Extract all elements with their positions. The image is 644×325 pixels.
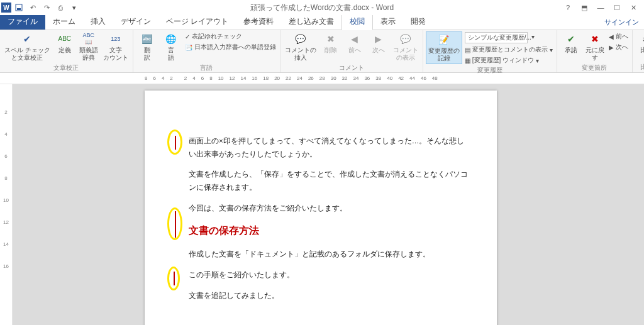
wordcount-label: 文字 カウント [103, 47, 128, 62]
group-comments-label: コメント [283, 63, 420, 73]
fluct-label: 表記ゆれチェック [192, 32, 242, 41]
show-comments-button[interactable]: 💬コメント の表示 [391, 31, 420, 63]
language-button[interactable]: 🌐言 語 [160, 31, 182, 63]
pane-icon: ▦ [465, 57, 470, 64]
group-tracking-label: 変更履歴 [426, 65, 554, 75]
compare-button[interactable]: ⇄比較 [635, 31, 644, 55]
paragraph[interactable]: 今回は、文書の保存方法をご紹介いたします。 [189, 202, 470, 215]
group-compare: ⇄比較 比較 [633, 30, 644, 72]
paragraph[interactable]: 作成した文書を「ドキュメント」と記載のあるフォルダに保存します。 [189, 248, 470, 261]
tab-insert[interactable]: 挿入 [83, 14, 113, 30]
next-change-label: 次へ [616, 43, 628, 52]
show-comments-label: コメント の表示 [393, 47, 418, 62]
redo-icon[interactable]: ↷ [40, 1, 53, 14]
ime-register-button[interactable]: 📑日本語入力辞書への単語登録 [184, 42, 277, 52]
document-content: 画面上の×印を押してしまって、すべて消えてなくなってしまった…。そんな悲しい出来… [145, 91, 497, 302]
next-change-button[interactable]: ▶次へ [608, 42, 630, 52]
tab-design[interactable]: デザイン [113, 14, 158, 30]
ribbon-options-icon[interactable]: ⬒ [576, 1, 592, 14]
vertical-ruler[interactable]: 246810121416 [0, 84, 13, 325]
group-compare-label: 比較 [635, 62, 644, 72]
abc-book-icon: ABC [58, 33, 71, 45]
track-changes-button[interactable]: 📝変更履歴の 記録 [426, 31, 462, 64]
display-dropdown-value: シンプルな変更履歴/... [468, 33, 531, 42]
reject-button[interactable]: ✖元に戻す [584, 31, 606, 63]
group-language: 🔤翻 訳 🌐言 語 ✓表記ゆれチェック 📑日本語入力辞書への単語登録 言語 [133, 30, 280, 72]
document-page[interactable]: 画面上の×印を押してしまって、すべて消えてなくなってしまった…。そんな悲しい出来… [145, 91, 497, 325]
chevron-down-icon: ▾ [531, 33, 535, 42]
compare-label: 比較 [640, 47, 644, 54]
help-icon[interactable]: ? [560, 1, 576, 14]
compare-icon: ⇄ [640, 33, 644, 45]
group-changes: ✔承諾 ✖元に戻す ◀前へ ▶次へ 変更箇所 [557, 30, 633, 72]
delete-comment-button[interactable]: ✖削除 [319, 31, 342, 55]
translate-label: 翻 訳 [144, 47, 150, 62]
tab-view[interactable]: 表示 [373, 14, 403, 30]
window-controls: ? ⬒ — ☐ ✕ [560, 1, 641, 14]
thesaurus-button[interactable]: ABC📖類義語 辞典 [77, 31, 100, 63]
fluctuation-check-button[interactable]: ✓表記ゆれチェック [184, 31, 277, 41]
globe-icon: 🌐 [165, 33, 177, 45]
spellcheck-label: スペル チェック と文章校正 [4, 47, 50, 62]
group-language-label: 言語 [136, 63, 277, 73]
accept-button[interactable]: ✔承諾 [560, 31, 582, 55]
paragraph[interactable]: 文書を作成したら、「保存」をすることで、作成した文書が消えることなくパソコンに保… [189, 168, 470, 194]
heading[interactable]: 文書の保存方法 [189, 222, 470, 240]
track-changes-label: 変更履歴の 記録 [428, 47, 460, 62]
quick-access-toolbar: W ↶ ↷ ⎙ ▾ [0, 1, 80, 14]
spellcheck-button[interactable]: ✔スペル チェック と文章校正 [3, 31, 52, 63]
tab-layout[interactable]: ページ レイアウト [158, 14, 236, 30]
show-markup-button[interactable]: ▤変更履歴とコメントの表示 ▾ [464, 45, 554, 55]
comment-delete-icon: ✖ [325, 33, 337, 45]
paragraph[interactable]: この手順をご紹介いたします。 [189, 268, 470, 282]
save-icon[interactable] [13, 1, 25, 14]
tab-review[interactable]: 校閲 [341, 13, 373, 30]
tab-references[interactable]: 参考資料 [236, 14, 281, 30]
define-label: 定義 [58, 47, 71, 54]
tab-home[interactable]: ホーム [45, 14, 83, 30]
print-icon[interactable]: ⎙ [54, 1, 67, 14]
prev-change-button[interactable]: ◀前へ [608, 31, 630, 41]
sign-in-link[interactable]: サインイン [599, 15, 644, 30]
tab-file[interactable]: ファイル [0, 14, 45, 30]
ime-label: 日本語入力辞書への単語登録 [194, 43, 276, 52]
define-button[interactable]: ABC定義 [53, 31, 76, 55]
language-label: 言 語 [168, 47, 174, 62]
word-icon: W [1, 3, 11, 13]
title-bar: W ↶ ↷ ⎙ ▾ 頑張って作成したWordの文書.docx - Word ? … [0, 0, 644, 15]
reviewing-pane-button[interactable]: ▦[変更履歴] ウィンドウ ▾ [464, 55, 554, 65]
accept-label: 承諾 [565, 47, 577, 54]
minimize-icon[interactable]: — [592, 1, 609, 14]
translate-button[interactable]: 🔤翻 訳 [136, 31, 158, 63]
paragraph[interactable]: 文書を追記してみました。 [189, 289, 470, 302]
ribbon-tabs: ファイル ホーム 挿入 デザイン ページ レイアウト 参考資料 差し込み文書 校… [0, 15, 644, 30]
change-line[interactable] [174, 272, 175, 285]
wordcount-button[interactable]: 123文字 カウント [101, 31, 130, 63]
prev-comment-label: 前へ [348, 47, 361, 54]
thesaurus-label: 類義語 辞典 [79, 47, 98, 62]
display-for-review-dropdown[interactable]: シンプルな変更履歴/...▾ [464, 31, 554, 44]
prev-comment-button[interactable]: ◀前へ [343, 31, 366, 55]
change-line[interactable] [175, 211, 176, 238]
next-comment-button[interactable]: ▶次へ [367, 31, 390, 55]
undo-icon[interactable]: ↶ [26, 1, 39, 14]
prev-change-label: 前へ [616, 32, 628, 41]
svg-rect-1 [17, 8, 21, 10]
comment-new-icon: 💬 [294, 33, 307, 45]
maximize-icon[interactable]: ☐ [609, 1, 625, 14]
tab-mailmerge[interactable]: 差し込み文書 [281, 14, 341, 30]
change-line[interactable] [175, 136, 176, 150]
translate-icon: 🔤 [141, 33, 153, 45]
tab-dev[interactable]: 開発 [403, 14, 433, 30]
paragraph[interactable]: 画面上の×印を押してしまって、すべて消えてなくなってしまった…。そんな悲しい出来… [189, 135, 470, 160]
fluct-icon: ✓ [185, 33, 190, 40]
group-proofing: ✔スペル チェック と文章校正 ABC定義 ABC📖類義語 辞典 123文字 カ… [0, 30, 133, 72]
wordcount-icon: 123 [109, 33, 122, 45]
close-icon[interactable]: ✕ [625, 1, 641, 14]
group-comments: 💬コメントの 挿入 ✖削除 ◀前へ ▶次へ 💬コメント の表示 コメント [280, 30, 423, 72]
qat-more-icon[interactable]: ▾ [68, 1, 80, 14]
next-change-icon: ▶ [609, 44, 614, 51]
group-proofing-label: 文章校正 [3, 63, 130, 73]
new-comment-button[interactable]: 💬コメントの 挿入 [283, 31, 318, 63]
show-markup-label: 変更履歴とコメントの表示 [472, 45, 548, 54]
